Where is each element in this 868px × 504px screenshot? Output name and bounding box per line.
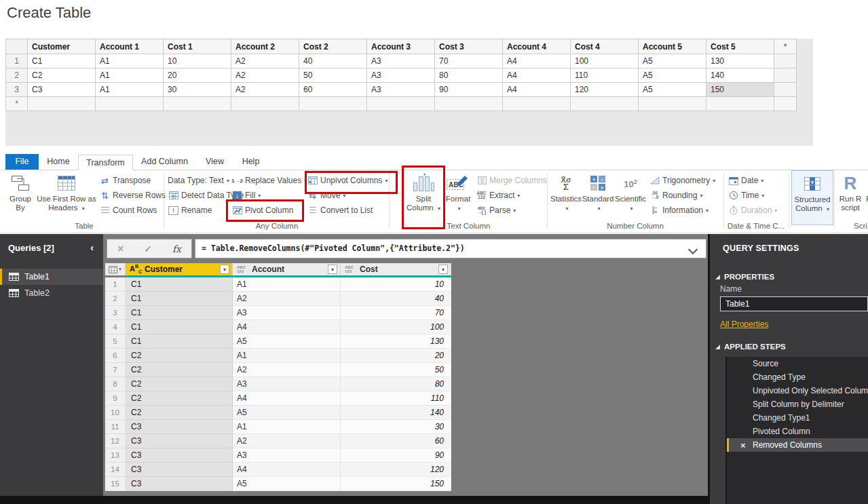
- ribbon-tab-help[interactable]: Help: [233, 154, 268, 170]
- ribbon-tab-file[interactable]: File: [5, 154, 39, 170]
- date-button[interactable]: Date▾: [728, 174, 763, 187]
- cell-cost[interactable]: 80: [341, 377, 451, 391]
- cell[interactable]: A4: [503, 69, 571, 83]
- cell-customer[interactable]: C3: [126, 420, 233, 434]
- column-header[interactable]: Cost 2: [299, 39, 367, 54]
- all-properties-link[interactable]: All Properties: [720, 319, 768, 329]
- cell-cost[interactable]: 50: [341, 363, 451, 377]
- cell-account[interactable]: A1: [233, 277, 341, 292]
- query-name-input[interactable]: [720, 296, 868, 311]
- cell[interactable]: [774, 97, 797, 111]
- cell[interactable]: 10: [164, 54, 231, 69]
- grid-select-all-button[interactable]: ▾: [105, 263, 126, 275]
- cell-cost[interactable]: 140: [341, 406, 451, 420]
- cell[interactable]: A4: [503, 83, 571, 97]
- ribbon-tab-transform[interactable]: Transform: [78, 155, 133, 170]
- cell[interactable]: A5: [639, 69, 706, 83]
- cell[interactable]: 150: [706, 83, 774, 97]
- cell-cost[interactable]: 60: [341, 434, 451, 448]
- run-r-script-button[interactable]: R Run R script: [836, 172, 865, 225]
- query-item-table2[interactable]: Table2: [0, 285, 103, 301]
- cell-account[interactable]: A2: [233, 434, 341, 448]
- cell[interactable]: C2: [28, 69, 96, 83]
- expand-formula-chevron-icon[interactable]: [688, 245, 698, 254]
- cell[interactable]: 130: [706, 54, 774, 69]
- cell[interactable]: A1: [96, 83, 164, 97]
- cell[interactable]: A5: [639, 54, 706, 69]
- reverse-rows-button[interactable]: ⇅ Reverse Rows: [99, 189, 166, 202]
- row-number[interactable]: 12: [105, 434, 126, 448]
- cell[interactable]: 40: [299, 54, 367, 69]
- cell[interactable]: 70: [435, 54, 503, 69]
- standard-button[interactable]: +−÷× Standard ▾: [582, 172, 614, 225]
- cell-cost[interactable]: 30: [341, 420, 451, 434]
- column-header[interactable]: Account 5: [639, 39, 706, 54]
- cell-customer[interactable]: C2: [126, 377, 233, 391]
- ribbon-tab-add-column[interactable]: Add Column: [133, 154, 196, 170]
- statistics-button[interactable]: X̄σΣ Statistics ▾: [550, 172, 582, 225]
- rename-button[interactable]: I Rename: [168, 203, 212, 217]
- ribbon-tab-home[interactable]: Home: [39, 154, 78, 170]
- cell-account[interactable]: A1: [233, 349, 341, 363]
- filter-dropdown-icon[interactable]: ▼: [220, 265, 229, 274]
- column-header[interactable]: Cost 1: [164, 39, 231, 54]
- properties-section-header[interactable]: PROPERTIES: [715, 273, 774, 281]
- cell[interactable]: A1: [96, 69, 164, 83]
- row-number[interactable]: 4: [105, 320, 126, 334]
- row-number[interactable]: 3: [105, 306, 126, 320]
- information-button[interactable]: 1−3+ Information▾: [649, 203, 709, 217]
- cell[interactable]: A4: [503, 54, 571, 69]
- column-header[interactable]: Cost 4: [571, 39, 639, 54]
- row-number[interactable]: 2: [105, 292, 126, 306]
- collapse-panel-icon[interactable]: ‹: [90, 242, 94, 253]
- cell[interactable]: C3: [28, 83, 96, 97]
- data-type-button[interactable]: Data Type: Text▾: [168, 174, 229, 187]
- new-column-header[interactable]: *: [774, 39, 797, 54]
- cell-cost[interactable]: 90: [341, 448, 451, 463]
- cell-customer[interactable]: C1: [126, 292, 233, 306]
- unpivot-columns-button[interactable]: Unpivot Columns▾: [307, 174, 388, 187]
- cell[interactable]: 20: [164, 69, 231, 83]
- cell-account[interactable]: A3: [233, 306, 341, 320]
- row-number[interactable]: 6: [105, 349, 126, 363]
- cell-customer[interactable]: C1: [126, 306, 233, 320]
- use-first-row-as-headers-button[interactable]: Use First Row as Headers ▾: [35, 172, 98, 225]
- cell-account[interactable]: A3: [233, 377, 341, 391]
- fx-icon[interactable]: fx: [172, 244, 181, 254]
- cell-customer[interactable]: C3: [126, 477, 233, 491]
- format-button[interactable]: ABC Format ▾: [442, 172, 474, 225]
- row-number[interactable]: 1: [6, 54, 28, 69]
- column-header[interactable]: Cost 5: [706, 39, 774, 54]
- column-header[interactable]: Account 4: [503, 39, 571, 54]
- parse-button[interactable]: abc→{ } Parse▾: [476, 203, 516, 217]
- cell[interactable]: [774, 54, 797, 69]
- row-number[interactable]: 2: [6, 69, 28, 83]
- grid-column-header-cost[interactable]: ABC123 Cost ▼: [341, 263, 451, 275]
- cell-account[interactable]: A1: [233, 420, 341, 434]
- cell[interactable]: [28, 97, 96, 111]
- cell-cost[interactable]: 150: [341, 477, 451, 491]
- fill-button[interactable]: ↓ Fill▾: [231, 189, 261, 202]
- cell[interactable]: A1: [96, 54, 164, 69]
- cell[interactable]: [706, 97, 774, 111]
- applied-step-unpivoted-only-selected-columns[interactable]: Unpivoted Only Selected Columns: [727, 384, 868, 398]
- grid-column-header-account[interactable]: ABC123 Account ▼: [233, 263, 341, 275]
- column-header[interactable]: Account 1: [96, 39, 164, 54]
- cell[interactable]: 60: [299, 83, 367, 97]
- cell-account[interactable]: A4: [233, 463, 341, 477]
- split-column-button[interactable]: Split Column ▾: [405, 172, 442, 225]
- structured-column-button[interactable]: Structured Column ▾: [791, 170, 833, 225]
- row-number[interactable]: 1: [105, 277, 126, 292]
- cell-customer[interactable]: C2: [126, 406, 233, 420]
- cell-customer[interactable]: C2: [126, 349, 233, 363]
- cell[interactable]: [96, 97, 164, 111]
- delete-step-icon[interactable]: ×: [740, 440, 753, 450]
- applied-step-changed-type1[interactable]: Changed Type1: [727, 411, 868, 425]
- row-number[interactable]: *: [6, 97, 28, 111]
- cell-customer[interactable]: C2: [126, 391, 233, 406]
- cell[interactable]: 140: [706, 69, 774, 83]
- cell-customer[interactable]: C3: [126, 463, 233, 477]
- formula-input[interactable]: = Table.RemoveColumns(#"Pivoted Column",…: [195, 239, 706, 258]
- cell-customer[interactable]: C3: [126, 448, 233, 463]
- time-button[interactable]: Time▾: [728, 189, 764, 202]
